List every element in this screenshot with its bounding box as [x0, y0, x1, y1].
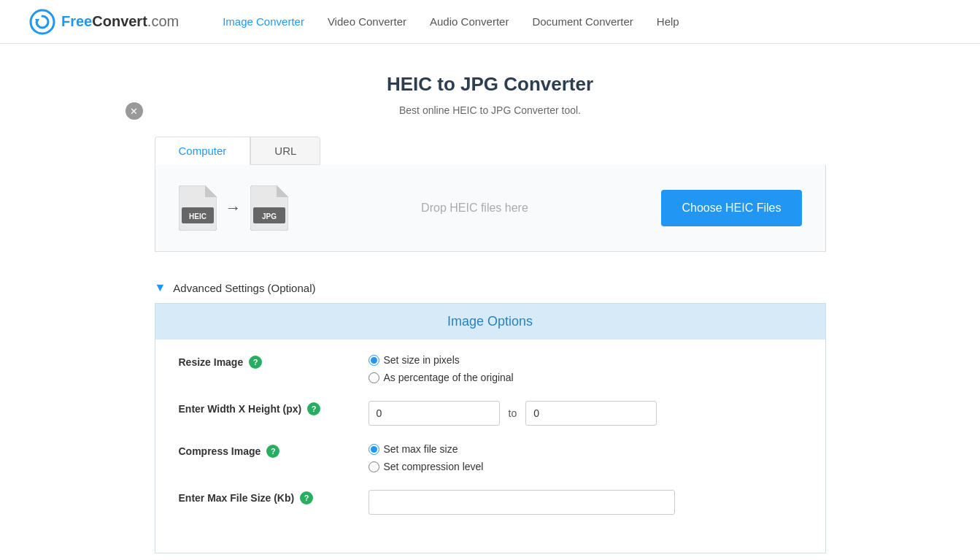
svg-text:JPG: JPG — [261, 212, 276, 220]
compression-level-radio[interactable] — [369, 461, 379, 472]
tab-url[interactable]: URL — [250, 137, 320, 165]
dimension-inputs: to — [369, 401, 802, 426]
height-input[interactable] — [525, 401, 657, 426]
conversion-arrow: → — [225, 199, 242, 218]
close-button[interactable]: ✕ — [126, 102, 143, 120]
filesize-control — [369, 490, 802, 515]
nav-document-converter[interactable]: Document Converter — [532, 15, 633, 28]
settings-panel: Image Options Resize Image ? Set size in… — [155, 303, 826, 553]
dimension-help-icon[interactable]: ? — [307, 402, 320, 415]
nav-image-converter[interactable]: Image Converter — [223, 15, 304, 28]
settings-panel-title: Image Options — [155, 304, 825, 340]
dimension-label: Enter Width X Height (px) ? — [179, 401, 369, 415]
resize-pixels-option[interactable]: Set size in pixels — [369, 354, 802, 366]
page-subtitle: Best online HEIC to JPG Converter tool. — [155, 104, 826, 116]
heic-file-icon: HEIC — [179, 185, 217, 231]
drop-area[interactable]: Drop HEIC files here — [306, 202, 644, 215]
jpg-file-icon: JPG — [250, 185, 288, 231]
settings-body: Resize Image ? Set size in pixels As per… — [155, 340, 825, 553]
heic-icon-svg: HEIC — [179, 185, 217, 231]
drop-placeholder: Drop HEIC files here — [421, 202, 528, 214]
compress-image-label: Compress Image ? — [179, 443, 369, 458]
logo-icon — [29, 9, 55, 35]
resize-image-row: Resize Image ? Set size in pixels As per… — [179, 354, 802, 383]
nav-audio-converter[interactable]: Audio Converter — [430, 15, 509, 28]
header: FreeConvert.com Image Converter Video Co… — [0, 0, 980, 44]
filesize-row: Enter Max File Size (Kb) ? — [179, 490, 802, 515]
resize-image-label: Resize Image ? — [179, 354, 369, 369]
dimension-row: Enter Width X Height (px) ? to — [179, 401, 802, 426]
max-filesize-radio[interactable] — [369, 444, 379, 455]
dimension-control: to — [369, 401, 802, 426]
file-format-icons: HEIC → JPG — [179, 185, 288, 231]
compress-help-icon[interactable]: ? — [266, 445, 279, 458]
compress-image-control: Set max file size Set compression level — [369, 443, 802, 472]
filesize-input[interactable] — [369, 490, 675, 515]
nav-help[interactable]: Help — [657, 15, 679, 28]
tab-computer[interactable]: Computer — [155, 137, 251, 165]
svg-text:HEIC: HEIC — [189, 212, 207, 220]
resize-percentage-option[interactable]: As percentage of the original — [369, 372, 802, 383]
jpg-icon-svg: JPG — [250, 185, 288, 231]
resize-help-icon[interactable]: ? — [249, 356, 262, 369]
nav-video-converter[interactable]: Video Converter — [328, 15, 406, 28]
svg-point-0 — [31, 10, 54, 34]
choose-files-button[interactable]: Choose HEIC Files — [661, 190, 801, 226]
logo[interactable]: FreeConvert.com — [29, 9, 179, 35]
logo-text: FreeConvert.com — [61, 13, 179, 30]
advanced-toggle-label: Advanced Settings (Optional) — [173, 282, 315, 294]
advanced-settings-toggle[interactable]: ▼ Advanced Settings (Optional) — [155, 275, 826, 303]
upload-tabs: Computer URL — [155, 137, 826, 165]
main-content: ✕ HEIC to JPG Converter Best online HEIC… — [140, 44, 841, 560]
filesize-label: Enter Max File Size (Kb) ? — [179, 490, 369, 505]
dropzone[interactable]: HEIC → JPG Drop HEIC files here Choose H… — [155, 165, 826, 252]
main-nav: Image Converter Video Converter Audio Co… — [223, 15, 679, 28]
max-filesize-option[interactable]: Set max file size — [369, 443, 802, 455]
resize-image-control: Set size in pixels As percentage of the … — [369, 354, 802, 383]
page-title: HEIC to JPG Converter — [155, 73, 826, 96]
chevron-down-icon: ▼ — [155, 281, 166, 294]
resize-pixels-radio[interactable] — [369, 355, 379, 366]
compression-level-option[interactable]: Set compression level — [369, 461, 802, 472]
compress-image-row: Compress Image ? Set max file size Set c… — [179, 443, 802, 472]
resize-percentage-radio[interactable] — [369, 372, 379, 383]
filesize-help-icon[interactable]: ? — [300, 491, 313, 505]
dimension-separator: to — [509, 407, 517, 419]
width-input[interactable] — [369, 401, 500, 426]
